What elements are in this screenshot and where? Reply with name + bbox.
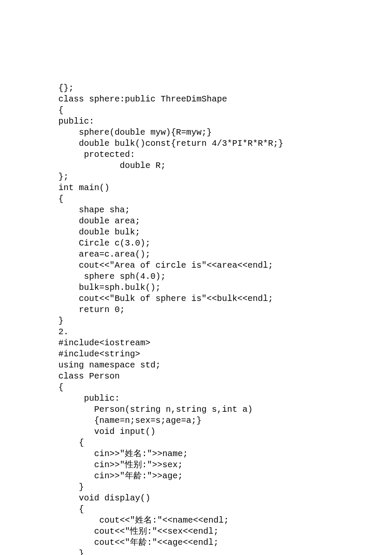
code-line: cout<<"Bulk of sphere is"<<bulk<<endl;	[58, 293, 392, 304]
code-line: {};	[58, 83, 392, 94]
code-line: {	[58, 105, 392, 116]
code-line: public:	[58, 393, 392, 404]
code-line: cout<<"性别:"<<sex<<endl;	[58, 526, 392, 537]
code-line: Person(string n,string s,int a)	[58, 404, 392, 415]
code-line: #include<iostream>	[58, 338, 392, 349]
code-line: {	[58, 382, 392, 393]
code-block: {};class sphere:public ThreeDimShape{pub…	[58, 83, 392, 555]
code-line: {	[58, 504, 392, 515]
code-line: cout<<"Area of circle is"<<area<<endl;	[58, 260, 392, 271]
code-line: void input()	[58, 426, 392, 437]
code-line: int main()	[58, 182, 392, 194]
code-line: }	[58, 315, 392, 327]
code-line: class sphere:public ThreeDimShape	[58, 94, 392, 105]
code-line: using namespace std;	[58, 360, 392, 371]
code-line: sphere sph(4.0);	[58, 271, 392, 282]
code-line: double bulk()const{return 4/3*PI*R*R*R;}	[58, 138, 392, 149]
code-line: }	[58, 482, 392, 493]
code-line: cin>>"姓名:">>name;	[58, 448, 392, 460]
code-line: void display()	[58, 493, 392, 504]
code-line: cout<<"年龄:"<<age<<endl;	[58, 537, 392, 548]
code-line: #include<string>	[58, 349, 392, 360]
code-line: 2.	[58, 327, 392, 338]
code-line: cin>>"年龄:">>age;	[58, 471, 392, 482]
code-line: {	[58, 437, 392, 448]
code-line: cout<<"姓名:"<<name<<endl;	[58, 515, 392, 526]
code-line: Circle c(3.0);	[58, 238, 392, 249]
code-line: protected:	[58, 149, 392, 160]
code-line: sphere(double myw){R=myw;}	[58, 127, 392, 138]
code-line: };	[58, 171, 392, 182]
code-line: double area;	[58, 216, 392, 227]
code-line: {name=n;sex=s;age=a;}	[58, 415, 392, 426]
code-line: class Person	[58, 371, 392, 382]
code-line: double R;	[58, 160, 392, 171]
code-line: {	[58, 194, 392, 205]
code-line: area=c.area();	[58, 249, 392, 260]
code-line: shape sha;	[58, 205, 392, 216]
code-line: }	[58, 548, 392, 555]
code-line: public:	[58, 116, 392, 127]
code-line: return 0;	[58, 304, 392, 315]
code-line: double bulk;	[58, 227, 392, 238]
code-line: cin>>"性别:">>sex;	[58, 460, 392, 471]
code-line: bulk=sph.bulk();	[58, 282, 392, 293]
